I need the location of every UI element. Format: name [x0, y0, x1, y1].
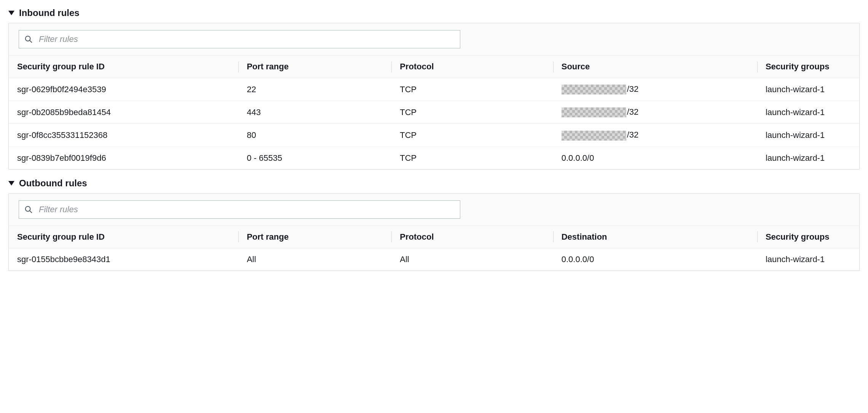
inbound-rules-toggle[interactable]: Inbound rules — [8, 6, 860, 23]
col-header-port[interactable]: Port range — [238, 56, 391, 78]
source-suffix: /32 — [627, 107, 639, 117]
cell-security-group: launch-wizard-1 — [757, 78, 859, 101]
cell-source: /32 — [553, 101, 757, 124]
inbound-rules-section: Inbound rules Security group ru — [8, 6, 860, 170]
cell-rule-id: sgr-0155bcbbe9e8343d1 — [9, 248, 238, 271]
source-suffix: /32 — [627, 130, 639, 139]
cell-protocol: All — [391, 248, 553, 271]
svg-line-3 — [30, 210, 32, 212]
cell-port-range: 22 — [238, 78, 391, 101]
inbound-filter-input-wrap[interactable] — [19, 30, 460, 48]
inbound-rules-title: Inbound rules — [19, 8, 80, 18]
col-header-protocol[interactable]: Protocol — [391, 226, 553, 248]
table-row[interactable]: sgr-0155bcbbe9e8343d1AllAll0.0.0.0/0laun… — [9, 248, 859, 271]
table-row[interactable]: sgr-0629fb0f2494e353922TCP/32launch-wiza… — [9, 78, 859, 101]
outbound-filter-bar — [9, 194, 859, 226]
inbound-table-header-row: Security group rule ID Port range Protoc… — [9, 56, 859, 78]
cell-rule-id: sgr-0629fb0f2494e3539 — [9, 78, 238, 101]
cell-source: 0.0.0.0/0 — [553, 147, 757, 169]
outbound-rules-table: Security group rule ID Port range Protoc… — [9, 226, 859, 271]
col-header-sg[interactable]: Security groups — [757, 226, 859, 248]
table-row[interactable]: sgr-0839b7ebf0019f9d60 - 65535TCP0.0.0.0… — [9, 147, 859, 169]
col-header-sg[interactable]: Security groups — [757, 56, 859, 78]
cell-protocol: TCP — [391, 147, 553, 169]
cell-security-group: launch-wizard-1 — [757, 124, 859, 147]
outbound-rules-toggle[interactable]: Outbound rules — [8, 176, 860, 193]
svg-line-1 — [30, 40, 32, 42]
redacted-ip-icon — [562, 131, 626, 141]
cell-security-group: launch-wizard-1 — [757, 248, 859, 271]
table-row[interactable]: sgr-0f8cc35533115236880TCP/32launch-wiza… — [9, 124, 859, 147]
col-header-destination[interactable]: Destination — [553, 226, 757, 248]
caret-down-icon — [8, 11, 14, 15]
cell-protocol: TCP — [391, 78, 553, 101]
inbound-rules-table: Security group rule ID Port range Protoc… — [9, 55, 859, 169]
cell-security-group: launch-wizard-1 — [757, 101, 859, 124]
outbound-table-header-row: Security group rule ID Port range Protoc… — [9, 226, 859, 248]
redacted-ip-icon — [562, 85, 626, 94]
outbound-rules-section: Outbound rules Security group r — [8, 176, 860, 271]
table-row[interactable]: sgr-0b2085b9beda81454443TCP/32launch-wiz… — [9, 101, 859, 124]
inbound-rules-panel: Security group rule ID Port range Protoc… — [8, 23, 860, 170]
inbound-filter-bar — [9, 23, 859, 55]
outbound-filter-input-wrap[interactable] — [19, 200, 460, 219]
col-header-rule-id[interactable]: Security group rule ID — [9, 56, 238, 78]
cell-port-range: All — [238, 248, 391, 271]
cell-port-range: 443 — [238, 101, 391, 124]
source-suffix: /32 — [627, 84, 639, 94]
caret-down-icon — [8, 181, 14, 186]
cell-source: 0.0.0.0/0 — [553, 248, 757, 271]
col-header-rule-id[interactable]: Security group rule ID — [9, 226, 238, 248]
search-icon — [24, 35, 33, 43]
cell-rule-id: sgr-0f8cc355331152368 — [9, 124, 238, 147]
search-icon — [24, 205, 33, 214]
outbound-rules-title: Outbound rules — [19, 178, 87, 189]
cell-port-range: 80 — [238, 124, 391, 147]
col-header-protocol[interactable]: Protocol — [391, 56, 553, 78]
cell-rule-id: sgr-0839b7ebf0019f9d6 — [9, 147, 238, 169]
cell-security-group: launch-wizard-1 — [757, 147, 859, 169]
redacted-ip-icon — [562, 107, 626, 117]
cell-port-range: 0 - 65535 — [238, 147, 391, 169]
cell-source: /32 — [553, 124, 757, 147]
col-header-port[interactable]: Port range — [238, 226, 391, 248]
outbound-rules-panel: Security group rule ID Port range Protoc… — [8, 193, 860, 271]
col-header-source[interactable]: Source — [553, 56, 757, 78]
cell-source: /32 — [553, 78, 757, 101]
outbound-filter-input[interactable] — [38, 204, 455, 215]
cell-protocol: TCP — [391, 124, 553, 147]
cell-rule-id: sgr-0b2085b9beda81454 — [9, 101, 238, 124]
inbound-filter-input[interactable] — [38, 34, 455, 45]
cell-protocol: TCP — [391, 101, 553, 124]
